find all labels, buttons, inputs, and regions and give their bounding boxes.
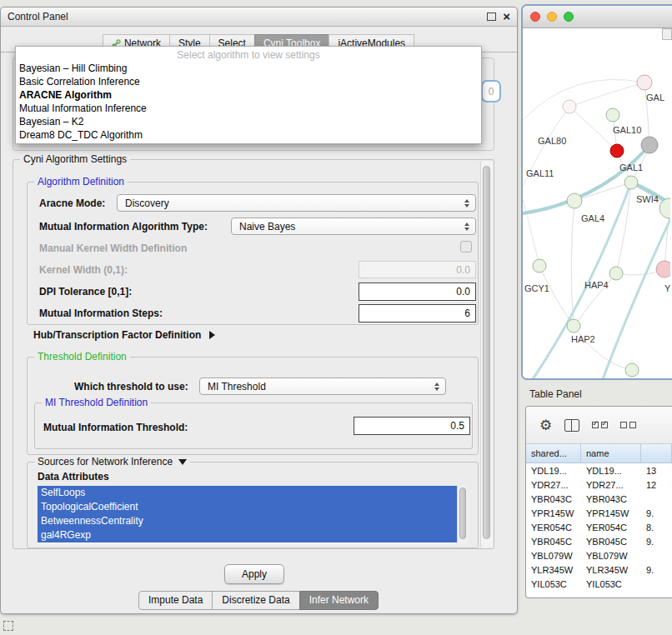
- sources-legend[interactable]: Sources for Network Inference: [34, 456, 190, 468]
- table-row[interactable]: YLR345W YLR345W 9.: [526, 562, 672, 577]
- algorithm-definition-group: Algorithm Definition Aracne Mode: Discov…: [27, 182, 479, 325]
- mac-close-button[interactable]: [530, 12, 540, 22]
- dpi-tolerance-input[interactable]: 0.0: [359, 282, 476, 301]
- cell: YBR043C: [526, 494, 581, 504]
- network-edges: [523, 79, 670, 379]
- settings-scrollbar[interactable]: [480, 161, 493, 548]
- show-columns-icon[interactable]: [564, 419, 579, 432]
- network-window-titlebar[interactable]: [523, 6, 672, 28]
- dropdown-item[interactable]: Basic Correlation Inference: [16, 75, 481, 88]
- attribute-list-scrollbar[interactable]: [457, 486, 468, 544]
- algorithm-definition-legend: Algorithm Definition: [34, 176, 128, 188]
- cell: YER054C: [581, 522, 641, 532]
- node[interactable]: [609, 267, 623, 280]
- mi-threshold-input[interactable]: 0.5: [354, 417, 470, 435]
- node[interactable]: [659, 198, 670, 218]
- table-row[interactable]: YER054C YER054C 8.: [526, 520, 672, 534]
- mi-type-value: Naive Bayes: [239, 221, 295, 232]
- network-canvas[interactable]: GAL GAL80 GAL10 GAL11 GAL1 SWI4 GAL4 GCY…: [523, 28, 672, 379]
- obscured-spinner-fragment: 0: [481, 80, 501, 102]
- table-toolbar: [526, 407, 672, 444]
- cyni-algorithm-settings-group: Cyni Algorithm Settings Algorithm Defini…: [13, 159, 494, 549]
- table-row[interactable]: YDR27... YDR27... 12: [526, 478, 672, 492]
- list-item[interactable]: gal4RGexp: [38, 528, 457, 542]
- node[interactable]: [656, 261, 670, 278]
- tab-impute-data[interactable]: Impute Data: [138, 591, 213, 610]
- dropdown-item[interactable]: Mutual Information Inference: [16, 102, 481, 115]
- mi-threshold-legend: MI Threshold Definition: [42, 397, 151, 408]
- mi-steps-label: Mutual Information Steps:: [39, 308, 163, 319]
- table-header-row: shared... name: [526, 444, 672, 463]
- window-title: Control Panel: [8, 11, 68, 22]
- cell: YBR043C: [581, 494, 641, 504]
- dropdown-item[interactable]: Bayesian – Hill Climbing: [16, 62, 481, 75]
- deselect-all-icon[interactable]: [620, 422, 636, 428]
- tab-label: Infer Network: [309, 594, 369, 606]
- dropdown-item-selected[interactable]: ARACNE Algorithm: [16, 88, 481, 102]
- table-row[interactable]: YPR145W YPR145W 9.: [526, 506, 672, 520]
- dropdown-item[interactable]: Bayesian – K2: [16, 115, 481, 128]
- node-label: Y: [664, 283, 670, 293]
- table-row[interactable]: YBR045C YBR045C 9.: [526, 534, 672, 548]
- node-label: GAL4: [581, 213, 604, 223]
- settings-scrollbar-thumb[interactable]: [483, 166, 490, 539]
- cell: YIL053C: [581, 579, 641, 589]
- screen: Control Panel Network Style Select: [0, 0, 672, 635]
- mi-steps-input[interactable]: 6: [359, 304, 476, 322]
- node[interactable]: [533, 259, 546, 272]
- column-header[interactable]: [641, 444, 672, 462]
- expander-expanded-icon: [178, 459, 187, 465]
- which-threshold-label: Which threshold to use:: [74, 381, 188, 392]
- bottom-tab-bar: Impute Data Discretize Data Infer Networ…: [1, 591, 517, 610]
- column-header[interactable]: shared...: [526, 444, 581, 462]
- node[interactable]: [624, 176, 638, 189]
- mi-type-label: Mutual Information Algorithm Type:: [39, 221, 208, 232]
- dock-panel-icon[interactable]: [3, 621, 13, 631]
- table-row[interactable]: YBL079W YBL079W: [526, 548, 672, 562]
- cell: 8.: [641, 522, 672, 532]
- node[interactable]: [567, 319, 580, 332]
- node[interactable]: [637, 75, 652, 90]
- control-panel-titlebar[interactable]: Control Panel: [1, 8, 517, 27]
- table-row[interactable]: YBR043C YBR043C: [526, 492, 672, 506]
- manual-kernel-label: Manual Kernel Width Definition: [39, 242, 187, 254]
- column-header[interactable]: name: [581, 444, 641, 462]
- mac-zoom-button[interactable]: [564, 12, 574, 22]
- tab-discretize-data[interactable]: Discretize Data: [212, 591, 299, 610]
- dropdown-prompt: Select algorithm to view settings: [16, 48, 481, 62]
- node-hub[interactable]: [641, 137, 658, 153]
- tab-infer-network[interactable]: Infer Network: [299, 591, 379, 610]
- select-all-icon[interactable]: [592, 422, 608, 428]
- node[interactable]: [567, 193, 582, 208]
- table-row[interactable]: YDL19... YDL19... 13: [526, 463, 672, 478]
- float-window-icon[interactable]: [487, 12, 496, 21]
- list-item[interactable]: BetweennessCentrality: [38, 514, 457, 528]
- list-item[interactable]: SelfLoops: [38, 486, 457, 500]
- hub-definition-expander[interactable]: Hub/Transcription Factor Definition: [33, 329, 215, 341]
- sources-legend-label: Sources for Network Inference: [38, 456, 173, 468]
- table-panel-title: Table Panel: [529, 388, 582, 400]
- mi-type-combo[interactable]: Naive Bayes: [231, 218, 476, 235]
- aracne-mode-combo[interactable]: Discovery: [117, 194, 476, 212]
- cell: YDR27...: [581, 480, 641, 490]
- apply-button[interactable]: Apply: [224, 564, 284, 584]
- dropdown-item[interactable]: Dream8 DC_TDC Algorithm: [16, 128, 481, 142]
- table-settings-gear-icon[interactable]: [539, 418, 552, 432]
- combo-arrows-icon: [434, 382, 439, 391]
- aracne-mode-value: Discovery: [125, 198, 169, 209]
- node-selected[interactable]: [610, 144, 624, 158]
- node[interactable]: [606, 108, 619, 122]
- node[interactable]: [563, 100, 576, 113]
- which-threshold-combo[interactable]: MI Threshold: [199, 378, 446, 395]
- sources-group: Sources for Network Inference Data Attri…: [27, 462, 479, 548]
- apply-button-label: Apply: [242, 568, 267, 580]
- list-item[interactable]: TopologicalCoefficient: [38, 500, 457, 514]
- aracne-mode-label: Aracne Mode:: [39, 198, 105, 209]
- mac-minimize-button[interactable]: [547, 12, 557, 22]
- spinner-fragment-value: 0: [489, 86, 494, 98]
- table-row[interactable]: YIL053C YIL053C: [526, 577, 672, 591]
- node[interactable]: [625, 363, 639, 377]
- close-icon[interactable]: [503, 12, 510, 22]
- attribute-list-scrollbar-thumb[interactable]: [459, 488, 466, 539]
- checked-box-icon: [592, 422, 599, 428]
